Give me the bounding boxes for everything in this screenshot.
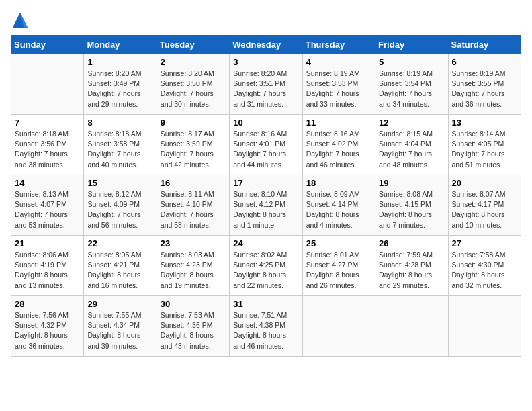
calendar-week-3: 14Sunrise: 8:13 AM Sunset: 4:07 PM Dayli… [11, 175, 521, 236]
calendar-cell: 8Sunrise: 8:18 AM Sunset: 3:58 PM Daylig… [84, 115, 157, 175]
calendar-cell: 11Sunrise: 8:16 AM Sunset: 4:02 PM Dayli… [302, 115, 375, 175]
calendar-cell [11, 54, 84, 115]
calendar-cell: 22Sunrise: 8:05 AM Sunset: 4:21 PM Dayli… [84, 236, 157, 296]
calendar-week-1: 1Sunrise: 8:20 AM Sunset: 3:49 PM Daylig… [11, 54, 521, 115]
calendar-cell: 2Sunrise: 8:20 AM Sunset: 3:50 PM Daylig… [157, 54, 229, 115]
day-number: 22 [87, 238, 152, 248]
day-number: 14 [15, 178, 80, 188]
calendar-header-row: SundayMondayTuesdayWednesdayThursdayFrid… [11, 36, 521, 54]
calendar-cell: 16Sunrise: 8:11 AM Sunset: 4:10 PM Dayli… [157, 175, 229, 236]
day-number: 15 [87, 178, 152, 188]
day-number: 4 [306, 57, 371, 67]
day-info: Sunrise: 8:20 AM Sunset: 3:51 PM Dayligh… [233, 68, 298, 109]
calendar-cell: 25Sunrise: 8:01 AM Sunset: 4:27 PM Dayli… [302, 236, 375, 296]
calendar-cell: 5Sunrise: 8:19 AM Sunset: 3:54 PM Daylig… [375, 54, 448, 115]
calendar-cell: 1Sunrise: 8:20 AM Sunset: 3:49 PM Daylig… [84, 54, 157, 115]
day-info: Sunrise: 7:55 AM Sunset: 4:34 PM Dayligh… [87, 310, 152, 351]
day-number: 29 [87, 299, 152, 309]
day-number: 2 [161, 57, 226, 67]
day-info: Sunrise: 8:20 AM Sunset: 3:49 PM Dayligh… [87, 68, 152, 109]
day-info: Sunrise: 8:03 AM Sunset: 4:23 PM Dayligh… [161, 250, 226, 291]
day-info: Sunrise: 8:16 AM Sunset: 4:02 PM Dayligh… [306, 129, 371, 170]
day-info: Sunrise: 8:05 AM Sunset: 4:21 PM Dayligh… [87, 250, 152, 291]
calendar-week-2: 7Sunrise: 8:18 AM Sunset: 3:56 PM Daylig… [11, 115, 521, 175]
calendar-cell: 24Sunrise: 8:02 AM Sunset: 4:25 PM Dayli… [230, 236, 302, 296]
calendar-cell [302, 296, 375, 357]
calendar-cell: 23Sunrise: 8:03 AM Sunset: 4:23 PM Dayli… [157, 236, 229, 296]
day-info: Sunrise: 8:18 AM Sunset: 3:58 PM Dayligh… [87, 129, 152, 170]
calendar-cell: 29Sunrise: 7:55 AM Sunset: 4:34 PM Dayli… [84, 296, 157, 357]
day-number: 21 [15, 238, 80, 248]
calendar-cell [375, 296, 448, 357]
day-number: 25 [306, 238, 371, 248]
day-info: Sunrise: 8:06 AM Sunset: 4:19 PM Dayligh… [15, 250, 80, 291]
calendar-cell [448, 296, 521, 357]
calendar-cell: 27Sunrise: 7:58 AM Sunset: 4:30 PM Dayli… [448, 236, 521, 296]
day-number: 17 [233, 178, 298, 188]
calendar-cell: 18Sunrise: 8:09 AM Sunset: 4:14 PM Dayli… [302, 175, 375, 236]
day-info: Sunrise: 8:20 AM Sunset: 3:50 PM Dayligh… [161, 68, 226, 109]
calendar-cell: 30Sunrise: 7:53 AM Sunset: 4:36 PM Dayli… [157, 296, 229, 357]
day-number: 7 [15, 118, 80, 128]
calendar-cell: 21Sunrise: 8:06 AM Sunset: 4:19 PM Dayli… [11, 236, 84, 296]
day-number: 16 [161, 178, 226, 188]
day-info: Sunrise: 7:51 AM Sunset: 4:38 PM Dayligh… [233, 310, 298, 351]
calendar-cell: 19Sunrise: 8:08 AM Sunset: 4:15 PM Dayli… [375, 175, 448, 236]
day-number: 20 [452, 178, 517, 188]
header-day-friday: Friday [375, 36, 448, 54]
calendar-cell: 3Sunrise: 8:20 AM Sunset: 3:51 PM Daylig… [230, 54, 302, 115]
day-number: 13 [452, 118, 517, 128]
day-number: 31 [233, 299, 298, 309]
day-number: 23 [161, 238, 226, 248]
day-info: Sunrise: 7:53 AM Sunset: 4:36 PM Dayligh… [161, 310, 226, 351]
day-number: 30 [161, 299, 226, 309]
day-info: Sunrise: 8:11 AM Sunset: 4:10 PM Dayligh… [161, 189, 226, 230]
day-number: 11 [306, 118, 371, 128]
day-number: 12 [379, 118, 444, 128]
calendar-cell: 4Sunrise: 8:19 AM Sunset: 3:53 PM Daylig… [302, 54, 375, 115]
calendar-cell: 6Sunrise: 8:19 AM Sunset: 3:55 PM Daylig… [448, 54, 521, 115]
day-info: Sunrise: 8:19 AM Sunset: 3:53 PM Dayligh… [306, 68, 371, 109]
day-number: 19 [379, 178, 444, 188]
day-info: Sunrise: 8:01 AM Sunset: 4:27 PM Dayligh… [306, 250, 371, 291]
day-number: 1 [87, 57, 152, 67]
calendar-cell: 12Sunrise: 8:15 AM Sunset: 4:04 PM Dayli… [375, 115, 448, 175]
calendar-table: SundayMondayTuesdayWednesdayThursdayFrid… [11, 35, 521, 357]
day-info: Sunrise: 8:15 AM Sunset: 4:04 PM Dayligh… [379, 129, 444, 170]
day-info: Sunrise: 8:16 AM Sunset: 4:01 PM Dayligh… [233, 129, 298, 170]
day-number: 9 [161, 118, 226, 128]
calendar-cell: 15Sunrise: 8:12 AM Sunset: 4:09 PM Dayli… [84, 175, 157, 236]
day-number: 24 [233, 238, 298, 248]
logo-icon [11, 11, 30, 30]
day-number: 27 [452, 238, 517, 248]
day-number: 8 [87, 118, 152, 128]
day-info: Sunrise: 8:10 AM Sunset: 4:12 PM Dayligh… [233, 189, 298, 230]
calendar-cell: 14Sunrise: 8:13 AM Sunset: 4:07 PM Dayli… [11, 175, 84, 236]
day-info: Sunrise: 8:02 AM Sunset: 4:25 PM Dayligh… [233, 250, 298, 291]
day-number: 28 [15, 299, 80, 309]
header-day-thursday: Thursday [302, 36, 375, 54]
day-info: Sunrise: 8:07 AM Sunset: 4:17 PM Dayligh… [452, 189, 517, 230]
calendar-cell: 17Sunrise: 8:10 AM Sunset: 4:12 PM Dayli… [230, 175, 302, 236]
day-number: 6 [452, 57, 517, 67]
header-day-sunday: Sunday [11, 36, 84, 54]
day-info: Sunrise: 8:14 AM Sunset: 4:05 PM Dayligh… [452, 129, 517, 170]
calendar-cell: 28Sunrise: 7:56 AM Sunset: 4:32 PM Dayli… [11, 296, 84, 357]
day-info: Sunrise: 7:58 AM Sunset: 4:30 PM Dayligh… [452, 250, 517, 291]
day-info: Sunrise: 8:18 AM Sunset: 3:56 PM Dayligh… [15, 129, 80, 170]
calendar-cell: 13Sunrise: 8:14 AM Sunset: 4:05 PM Dayli… [448, 115, 521, 175]
calendar-cell: 20Sunrise: 8:07 AM Sunset: 4:17 PM Dayli… [448, 175, 521, 236]
day-number: 5 [379, 57, 444, 67]
day-info: Sunrise: 7:56 AM Sunset: 4:32 PM Dayligh… [15, 310, 80, 351]
page-header [11, 11, 521, 30]
day-info: Sunrise: 8:13 AM Sunset: 4:07 PM Dayligh… [15, 189, 80, 230]
header-day-wednesday: Wednesday [230, 36, 302, 54]
header-day-saturday: Saturday [448, 36, 521, 54]
calendar-cell: 10Sunrise: 8:16 AM Sunset: 4:01 PM Dayli… [230, 115, 302, 175]
header-day-tuesday: Tuesday [157, 36, 229, 54]
day-number: 26 [379, 238, 444, 248]
calendar-cell: 26Sunrise: 7:59 AM Sunset: 4:28 PM Dayli… [375, 236, 448, 296]
day-number: 10 [233, 118, 298, 128]
calendar-cell: 7Sunrise: 8:18 AM Sunset: 3:56 PM Daylig… [11, 115, 84, 175]
day-number: 3 [233, 57, 298, 67]
